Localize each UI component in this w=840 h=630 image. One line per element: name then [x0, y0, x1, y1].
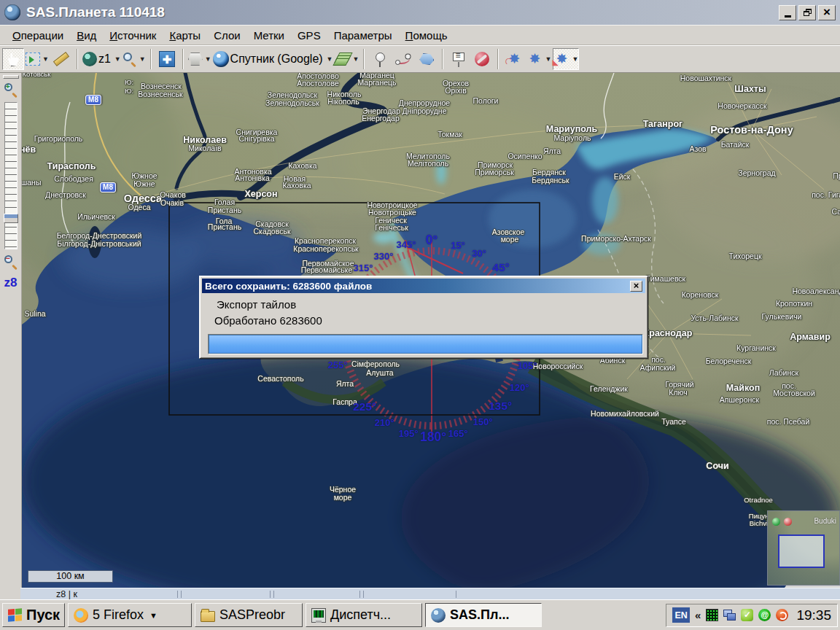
- gps-satellite-icon: [553, 52, 569, 66]
- dropdown-arrow-icon[interactable]: ▼: [545, 55, 551, 63]
- taskbar-task-button[interactable]: SAS.Пл...: [425, 603, 542, 627]
- gps-satellite-icon: [526, 52, 542, 66]
- toolbar-separator: [77, 49, 78, 69]
- status-zoom-text: z8 | к: [56, 589, 77, 599]
- search-button[interactable]: ▼: [122, 48, 146, 70]
- dark-globe-icon: [82, 52, 97, 66]
- language-indicator[interactable]: EN: [672, 607, 690, 623]
- menu-item[interactable]: Карты: [163, 27, 207, 44]
- task-label: 5 Firefox: [93, 607, 144, 623]
- menu-item[interactable]: GPS: [291, 27, 327, 44]
- progress-bar: [208, 334, 643, 354]
- marks-list-button[interactable]: [448, 48, 470, 70]
- progress-fill: [209, 335, 642, 354]
- network-traffic-tray-icon[interactable]: [706, 609, 718, 621]
- route-button[interactable]: [392, 48, 414, 70]
- dropdown-arrow-icon[interactable]: ▼: [42, 55, 49, 63]
- taskbar: Пуск 5 Firefox▼SASPreobrДиспетч...SAS.Пл…: [0, 599, 840, 630]
- map-source-selector[interactable]: Спутник (Google) ▼: [213, 48, 333, 70]
- zoom-sidebar: + − z8: [0, 73, 22, 599]
- taskbar-task-button[interactable]: SASPreobr: [195, 603, 303, 627]
- toolbar-separator: [363, 49, 365, 69]
- dialog-close-button[interactable]: ×: [630, 281, 642, 292]
- dropdown-arrow-icon[interactable]: ▼: [327, 55, 333, 63]
- firefox-icon: [74, 608, 88, 623]
- dropdown-arrow-icon[interactable]: ▼: [205, 55, 211, 63]
- hide-marks-button[interactable]: [471, 48, 493, 70]
- antivirus-check-tray-icon[interactable]: ✓: [741, 609, 753, 621]
- menu-item[interactable]: Помощь: [399, 27, 454, 44]
- zoom-out-button[interactable]: −: [3, 254, 19, 270]
- dialog-title: Всего сохранить: 6283600 файлов: [205, 281, 630, 292]
- window-title: SAS.Планета 110418: [26, 4, 777, 20]
- status-divider: [270, 591, 274, 598]
- sign-icon: [453, 52, 464, 61]
- task-group-dropdown-icon[interactable]: ▼: [149, 611, 158, 620]
- zoom-in-button[interactable]: +: [3, 82, 19, 98]
- zoom-slider-thumb[interactable]: [4, 214, 18, 223]
- selection-rect-icon: [26, 52, 40, 66]
- fullscreen-button[interactable]: [156, 48, 178, 70]
- task-label: Диспетч...: [330, 607, 391, 623]
- dropdown-arrow-icon[interactable]: ▼: [139, 55, 146, 63]
- start-button[interactable]: Пуск: [2, 603, 65, 627]
- toolbar: ▼ z1 ▼ ▼ ▼ Спутник (Google) ▼ ▼ ▼ ▼: [0, 45, 840, 73]
- gps-connect-button[interactable]: [503, 48, 525, 70]
- export-progress-dialog: Всего сохранить: 6283600 файлов × Экспор…: [199, 276, 648, 359]
- polygon-button[interactable]: [416, 48, 438, 70]
- minimap-place-label: Buduki: [814, 517, 836, 525]
- layers-icon: [335, 52, 351, 66]
- menu-item[interactable]: Вид: [70, 27, 103, 44]
- panel-grip[interactable]: [3, 75, 19, 79]
- dropdown-arrow-icon[interactable]: ▼: [572, 55, 578, 63]
- restore-button[interactable]: [798, 5, 816, 20]
- hand-icon: [7, 52, 20, 66]
- dialog-processed-label: Обработано 6283600: [214, 314, 322, 327]
- updater-tray-icon[interactable]: [776, 609, 788, 621]
- overview-minimap[interactable]: Buduki: [767, 510, 840, 586]
- minimize-icon: [785, 15, 791, 18]
- dropdown-arrow-icon[interactable]: ▼: [114, 55, 121, 63]
- taskbar-task-button[interactable]: Диспетч...: [306, 603, 422, 627]
- zoom-level-label: z8: [0, 276, 21, 290]
- gps-follow-button[interactable]: ▼: [553, 48, 579, 70]
- start-label: Пуск: [26, 607, 60, 623]
- selection-tool-button[interactable]: ▼: [26, 48, 49, 70]
- sas-icon: [431, 608, 446, 623]
- taskman-icon: [311, 608, 326, 623]
- placemark-button[interactable]: [369, 48, 391, 70]
- download-manager-tray-icon[interactable]: @: [758, 609, 771, 621]
- zoom-slider[interactable]: [4, 102, 18, 249]
- menu-item[interactable]: Операции: [6, 27, 70, 44]
- menu-item[interactable]: Параметры: [327, 27, 399, 44]
- layers-button[interactable]: ▼: [335, 48, 359, 70]
- prev-zoom-button[interactable]: z1 ▼: [82, 48, 121, 70]
- gps-track-button[interactable]: ▼: [526, 48, 551, 70]
- menu-item[interactable]: Метки: [247, 27, 291, 44]
- ruler-tool-button[interactable]: [50, 48, 72, 70]
- taskbar-task-button[interactable]: 5 Firefox▼: [68, 603, 192, 627]
- statusbar-corner: [0, 588, 20, 599]
- pan-tool-button[interactable]: [2, 48, 24, 70]
- minimize-button[interactable]: [779, 5, 796, 20]
- task-buttons: 5 Firefox▼SASPreobrДиспетч...SAS.Пл...: [68, 603, 542, 627]
- status-bar: z8 | к: [20, 588, 840, 599]
- prev-zoom-label: z1: [98, 52, 111, 66]
- map-source-label: Спутник (Google): [230, 52, 323, 66]
- restore-icon: [804, 9, 812, 16]
- magnifier-icon: [122, 52, 137, 66]
- close-button[interactable]: ×: [818, 5, 836, 20]
- title-bar: SAS.Планета 110418 ×: [0, 0, 840, 25]
- minimap-zoom-out-icon[interactable]: [784, 518, 792, 526]
- dropdown-arrow-icon[interactable]: ▼: [353, 55, 359, 63]
- menu-item[interactable]: Слои: [207, 27, 246, 44]
- menu-item[interactable]: Источник: [103, 27, 163, 44]
- folder-icon: [201, 611, 215, 622]
- dialog-title-bar[interactable]: Всего сохранить: 6283600 файлов ×: [202, 279, 645, 293]
- network-connection-tray-icon[interactable]: [723, 609, 736, 621]
- status-divider: [456, 591, 456, 598]
- relief-button[interactable]: ▼: [188, 48, 211, 70]
- minimap-zoom-in-icon[interactable]: [772, 518, 780, 526]
- minimap-view-rectangle[interactable]: [778, 534, 825, 568]
- tray-expand-chevron[interactable]: «: [695, 609, 701, 621]
